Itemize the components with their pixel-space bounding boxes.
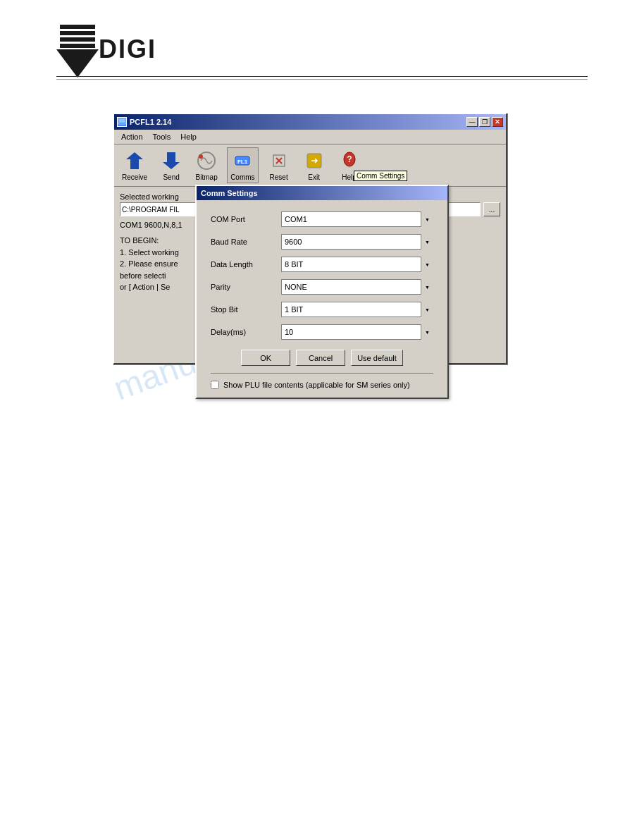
stop-bit-select-wrapper: 1 BIT 2 BIT (281, 302, 433, 317)
app-window: PCFL1 2.14 — ❐ ✕ Action Tools Help Recei… (113, 113, 507, 364)
baud-rate-row: Baud Rate 1200 2400 4800 9600 19200 3840… (211, 234, 433, 250)
logo-text: DIGI (99, 35, 156, 64)
data-length-label: Data Length (211, 260, 281, 269)
show-plu-label: Show PLU file contents (applicable for S… (223, 381, 410, 389)
delay-row: Delay(ms) 5 10 20 50 (211, 324, 433, 340)
svg-rect-2 (60, 37, 95, 42)
svg-marker-4 (56, 49, 99, 78)
cancel-button[interactable]: Cancel (296, 350, 345, 366)
data-length-select[interactable]: 7 BIT 8 BIT (281, 257, 433, 272)
comm-settings-dialog: Comm Settings COM Port COM1 COM2 COM3 CO… (195, 185, 449, 399)
data-length-select-wrapper: 7 BIT 8 BIT (281, 257, 433, 272)
com-port-select-wrapper: COM1 COM2 COM3 COM4 (281, 211, 433, 227)
delay-label: Delay(ms) (211, 328, 281, 336)
data-length-row: Data Length 7 BIT 8 BIT (211, 257, 433, 272)
svg-rect-1 (60, 31, 95, 35)
com-port-label: COM Port (211, 215, 281, 223)
parity-row: Parity NONE ODD EVEN (211, 279, 433, 295)
logo-area: DIGI (56, 21, 156, 78)
parity-label: Parity (211, 283, 281, 291)
svg-rect-0 (60, 25, 95, 29)
baud-rate-select-wrapper: 1200 2400 4800 9600 19200 38400 (281, 234, 433, 250)
stop-bit-row: Stop Bit 1 BIT 2 BIT (211, 302, 433, 317)
logo-divider-top (56, 76, 588, 77)
stop-bit-select[interactable]: 1 BIT 2 BIT (281, 302, 433, 317)
com-port-select[interactable]: COM1 COM2 COM3 COM4 (281, 211, 433, 227)
parity-select-wrapper: NONE ODD EVEN (281, 279, 433, 295)
show-plu-checkbox[interactable] (211, 381, 219, 389)
checkbox-row: Show PLU file contents (applicable for S… (211, 373, 433, 389)
logo-icon (56, 21, 99, 78)
stop-bit-label: Stop Bit (211, 305, 281, 314)
dialog-body: COM Port COM1 COM2 COM3 COM4 Baud Rate (197, 200, 447, 398)
baud-rate-select[interactable]: 1200 2400 4800 9600 19200 38400 (281, 234, 433, 250)
delay-select-wrapper: 5 10 20 50 (281, 324, 433, 340)
dialog-title: Comm Settings (197, 186, 447, 200)
ok-button[interactable]: OK (241, 350, 290, 366)
parity-select[interactable]: NONE ODD EVEN (281, 279, 433, 295)
toolbar-tooltip: Comm Settings (354, 171, 407, 181)
com-port-row: COM Port COM1 COM2 COM3 COM4 (211, 211, 433, 227)
logo-divider-bottom (56, 79, 588, 80)
use-default-button[interactable]: Use default (351, 350, 403, 366)
svg-rect-3 (60, 44, 95, 48)
baud-rate-label: Baud Rate (211, 238, 281, 246)
delay-select[interactable]: 5 10 20 50 (281, 324, 433, 340)
dialog-buttons: OK Cancel Use default (211, 350, 433, 366)
dialog-overlay: Comm Settings COM Port COM1 COM2 COM3 CO… (114, 114, 506, 363)
